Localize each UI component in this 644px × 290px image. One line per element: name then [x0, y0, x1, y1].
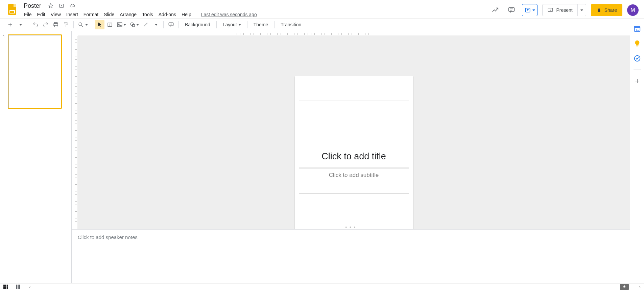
theme-button[interactable]: Theme	[250, 20, 272, 29]
slides-logo[interactable]	[5, 3, 19, 17]
menu-edit[interactable]: Edit	[35, 10, 48, 19]
svg-point-19	[130, 23, 134, 26]
present-dropdown[interactable]	[578, 9, 586, 11]
doc-header: Poster File Edit View Insert Format Slid…	[0, 0, 644, 18]
menu-view[interactable]: View	[48, 10, 63, 19]
side-panel: 31	[630, 20, 644, 290]
line-tool[interactable]	[141, 20, 150, 29]
menu-file[interactable]: File	[22, 10, 34, 19]
grid-view-icon[interactable]	[3, 285, 9, 289]
shape-tool[interactable]	[128, 20, 140, 29]
layout-button[interactable]: Layout	[219, 20, 244, 29]
share-label: Share	[604, 7, 617, 13]
svg-rect-28	[636, 46, 638, 46]
new-slide-button[interactable]	[5, 20, 15, 29]
svg-rect-38	[16, 285, 17, 289]
thumb-preview[interactable]	[8, 34, 62, 109]
slide-canvas[interactable]: Click to add title Click to add subtitle	[295, 76, 413, 243]
svg-rect-36	[5, 287, 6, 289]
filmstrip[interactable]: 1	[0, 31, 72, 283]
svg-rect-33	[5, 285, 6, 287]
comments-icon[interactable]	[506, 4, 517, 16]
textbox-tool[interactable]	[105, 20, 115, 29]
present-to-meeting-button[interactable]	[522, 4, 538, 16]
sidepanel-toggle-icon[interactable]: ›	[639, 284, 641, 290]
svg-line-21	[144, 23, 148, 27]
subtitle-placeholder[interactable]: Click to add subtitle	[299, 168, 409, 194]
title-placeholder[interactable]: Click to add title	[299, 101, 409, 167]
svg-rect-26	[634, 26, 640, 28]
addons-plus-icon[interactable]	[634, 77, 641, 85]
svg-rect-40	[19, 285, 20, 289]
image-tool[interactable]	[115, 20, 127, 29]
menu-format[interactable]: Format	[81, 10, 101, 19]
svg-rect-17	[117, 23, 122, 27]
svg-rect-32	[3, 285, 5, 287]
bottom-bar: ‹ ›	[0, 283, 644, 290]
side-divider	[634, 70, 641, 70]
background-button[interactable]: Background	[182, 20, 214, 29]
svg-rect-37	[7, 287, 8, 289]
svg-rect-35	[3, 287, 5, 289]
svg-line-13	[81, 25, 83, 27]
slide-number: 1	[3, 34, 5, 109]
menu-insert[interactable]: Insert	[64, 10, 80, 19]
tasks-icon[interactable]	[634, 55, 641, 62]
paint-format-button	[61, 20, 71, 29]
cloud-status-icon[interactable]	[69, 2, 76, 9]
calendar-icon[interactable]: 31	[634, 25, 641, 32]
svg-rect-1	[509, 8, 515, 11]
svg-point-29	[634, 56, 640, 61]
last-edit-link[interactable]: Last edit was seconds ago	[201, 12, 257, 17]
doc-title-input[interactable]: Poster	[22, 2, 43, 10]
comment-button[interactable]	[166, 20, 176, 29]
transition-button[interactable]: Transition	[277, 20, 305, 29]
account-avatar[interactable]: M	[627, 4, 639, 16]
notes-resize-handle[interactable]: • • •	[72, 225, 630, 229]
select-tool[interactable]	[95, 20, 104, 29]
svg-rect-34	[7, 285, 8, 287]
menu-arrange[interactable]: Arrange	[117, 10, 139, 19]
menu-help[interactable]: Help	[179, 10, 194, 19]
svg-rect-10	[54, 25, 57, 27]
speaker-notes[interactable]: Click to add speaker notes	[72, 229, 630, 283]
move-icon[interactable]	[58, 2, 65, 9]
menu-addons[interactable]: Add-ons	[156, 10, 178, 19]
prev-chevron-icon[interactable]: ‹	[29, 284, 31, 290]
activity-icon[interactable]	[490, 4, 501, 16]
menu-slide[interactable]: Slide	[101, 10, 117, 19]
zoom-button[interactable]	[76, 20, 89, 29]
star-icon[interactable]	[47, 2, 54, 9]
svg-text:31: 31	[636, 28, 639, 31]
menu-tools[interactable]: Tools	[140, 10, 156, 19]
svg-rect-11	[64, 22, 67, 24]
keep-icon[interactable]	[634, 40, 641, 47]
line-dropdown[interactable]	[151, 20, 161, 29]
slide-thumb-1[interactable]: 1	[3, 34, 69, 109]
print-button[interactable]	[51, 20, 61, 29]
present-button[interactable]: Present	[542, 4, 586, 16]
toolbar: Background Layout Theme Transition	[0, 18, 644, 31]
redo-button[interactable]	[41, 20, 50, 29]
present-label: Present	[556, 7, 572, 13]
undo-button[interactable]	[31, 20, 40, 29]
explore-button[interactable]	[620, 284, 629, 290]
share-button[interactable]: Share	[591, 4, 622, 16]
new-slide-dropdown[interactable]	[16, 20, 25, 29]
filmstrip-view-icon[interactable]	[16, 285, 22, 289]
menu-bar: File Edit View Insert Format Slide Arran…	[22, 10, 257, 19]
horizontal-ruler[interactable]	[78, 31, 630, 36]
svg-point-12	[79, 23, 82, 26]
svg-rect-39	[18, 285, 19, 289]
